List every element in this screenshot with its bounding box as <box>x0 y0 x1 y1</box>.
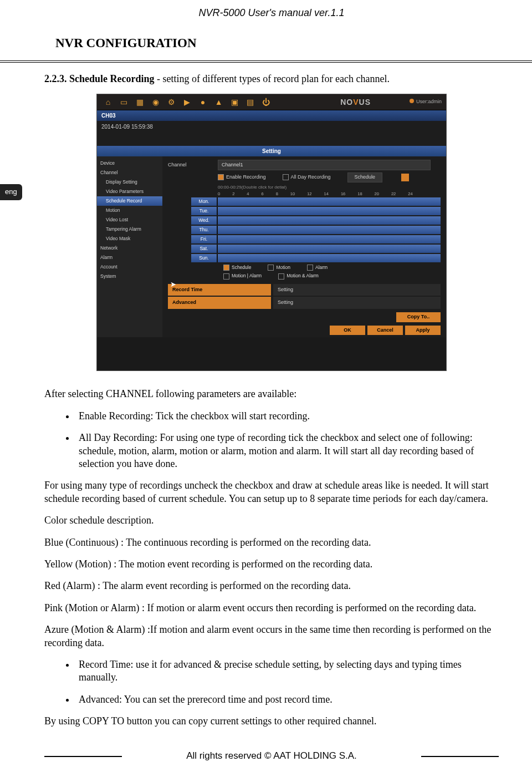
paragraph: Color schedule description. <box>44 514 499 527</box>
legend-schedule: Schedule <box>223 265 251 271</box>
day-bar[interactable] <box>218 245 441 253</box>
tick: 2 <box>232 191 234 197</box>
schedule-ticks: 0 2 4 6 8 10 12 14 16 18 20 22 2 <box>218 191 441 197</box>
folder-icon[interactable]: ▤ <box>244 97 257 108</box>
settings-panel: Channel Channel1 Enable Recording All Da… <box>162 156 446 338</box>
day-bar[interactable] <box>218 197 441 206</box>
sidebar-item-video-lost[interactable]: Video Lost <box>97 215 162 225</box>
legend-row2: Motion | Alarm Motion & Alarm <box>223 273 441 279</box>
sidebar-item-device[interactable]: Device <box>97 159 162 168</box>
section-rule <box>0 60 532 63</box>
day-bar[interactable] <box>218 226 441 234</box>
list-item: Advanced: You can set the prerecord time… <box>75 693 499 706</box>
paragraph: Yellow (Motion) : The motion event recor… <box>44 558 499 571</box>
page-number: 20 <box>44 775 499 777</box>
intro-rest: - setting of different types of record p… <box>155 73 390 84</box>
legend-motion: Motion <box>268 265 290 271</box>
paragraph: Pink (Motion or Alarm) : If motion or al… <box>44 602 499 615</box>
tick: 8 <box>276 191 278 197</box>
cancel-button[interactable]: Cancel <box>367 326 403 336</box>
advanced-button[interactable]: Setting <box>273 297 441 309</box>
channel-select[interactable]: Channel1 <box>218 160 431 171</box>
sidebar-item-schedule-record[interactable]: Schedule Record <box>97 196 162 206</box>
warning-icon[interactable]: ▲ <box>212 97 226 108</box>
sidebar-item-network[interactable]: Network <box>97 243 162 253</box>
language-tab[interactable]: eng <box>0 184 22 200</box>
paragraph: Blue (Continuous) : The continuous recor… <box>44 536 499 549</box>
topbar-icons: ⌂ ▭ ▦ ◉ ⚙ ▶ ● ▲ ▣ ▤ ⏻ <box>101 97 274 108</box>
day-bar[interactable] <box>218 254 441 262</box>
day-label: Sun. <box>191 254 218 262</box>
day-label: Sat. <box>191 245 218 253</box>
home-icon[interactable]: ⌂ <box>101 97 115 108</box>
all-day-label: All Day Recording <box>291 174 331 180</box>
sidebar-item-tampering[interactable]: Tampering Alarm <box>97 225 162 234</box>
enable-recording-checkbox[interactable]: Enable Recording <box>218 174 266 181</box>
sidebar-item-display[interactable]: Display Setting <box>97 177 162 187</box>
day-label: Mon. <box>191 197 218 206</box>
bear-icon[interactable]: ◉ <box>149 97 162 108</box>
intro-bold: 2.2.3. Schedule Recording <box>44 73 155 84</box>
monitor-icon[interactable]: ▭ <box>117 97 131 108</box>
tick: 20 <box>375 191 379 197</box>
sidebar-item-video-params[interactable]: Video Parameters <box>97 187 162 196</box>
legend-label: Alarm <box>315 265 328 270</box>
sidebar-item-account[interactable]: Account <box>97 262 162 272</box>
tick: 4 <box>247 191 249 197</box>
day-label: Fri. <box>191 235 218 243</box>
sidebar-item-video-mask[interactable]: Video Mask <box>97 234 162 243</box>
apply-button[interactable]: Apply <box>405 326 441 336</box>
body-text: After selecting CHANNEL following parame… <box>44 388 499 728</box>
page-header: NVR-5000 User's manual ver.1.1 <box>44 7 499 19</box>
day-label: Wed. <box>191 216 218 225</box>
record-time-button[interactable]: Setting <box>273 284 441 296</box>
sidebar-item-system[interactable]: System <box>97 272 162 281</box>
paragraph: By using COPY TO button you can copy cur… <box>44 715 499 728</box>
day-bar[interactable] <box>218 207 441 215</box>
all-day-dropdown-icon[interactable] <box>401 174 409 181</box>
section-title: NVR CONFIGURATION <box>55 35 499 52</box>
day-bar[interactable] <box>218 216 441 225</box>
paragraph: After selecting CHANNEL following parame… <box>44 388 499 400</box>
setting-header: Setting <box>97 146 446 156</box>
tick: 10 <box>290 191 295 197</box>
legend-alarm: Alarm <box>307 265 328 271</box>
advanced-label: Advanced <box>168 297 271 309</box>
tick: 24 <box>408 191 412 197</box>
all-day-mode-select[interactable]: Schedule <box>347 172 383 182</box>
day-bar[interactable] <box>218 235 441 243</box>
brand-pre: NO <box>340 98 353 106</box>
all-day-checkbox[interactable]: All Day Recording <box>283 174 331 181</box>
channel-label: Channel <box>168 162 218 169</box>
sidebar-item-channel[interactable]: Channel <box>97 168 162 177</box>
channel-value: Channel1 <box>222 162 243 169</box>
user-label: User:admin <box>410 99 442 105</box>
day-label: Thu. <box>191 226 218 234</box>
timestamp: 2014-01-09 15:59:38 <box>97 121 446 133</box>
legend-label: Motion <box>276 265 290 270</box>
play-icon[interactable]: ▶ <box>181 97 194 108</box>
day-label: Tue. <box>191 207 218 215</box>
list-item: Enable Recording: Tick the checkbox will… <box>75 410 499 423</box>
paragraph: Red (Alarm) : The alarm event recording … <box>44 580 499 592</box>
schedule-hint: 00:00-00:29(Double click for detial) <box>218 185 441 190</box>
tick: 6 <box>262 191 264 197</box>
quad-icon[interactable]: ▦ <box>133 97 146 108</box>
gear-icon[interactable]: ⚙ <box>165 97 178 108</box>
sidebar-item-alarm[interactable]: Alarm <box>97 253 162 262</box>
copy-to-button[interactable]: Copy To.. <box>396 312 441 322</box>
footer: All rights reserved © AAT HOLDING S.A. <box>44 750 499 762</box>
sidebar-item-motion[interactable]: Motion <box>97 206 162 215</box>
sidebar: Device Channel Display Setting Video Par… <box>97 156 162 338</box>
enable-recording-label: Enable Recording <box>226 174 266 180</box>
ok-button[interactable]: OK <box>330 326 365 336</box>
tick: 12 <box>307 191 311 197</box>
camera-icon[interactable]: ▣ <box>228 97 241 108</box>
power-icon[interactable]: ⏻ <box>259 97 273 108</box>
schedule-grid[interactable]: 0 2 4 6 8 10 12 14 16 18 20 22 2 <box>191 191 441 262</box>
tick: 0 <box>218 191 220 197</box>
brand-accent: V <box>353 98 359 106</box>
rec-icon[interactable]: ● <box>196 97 209 108</box>
brand-logo: NOVUS <box>340 97 371 107</box>
screenshot-empty-area <box>97 337 446 370</box>
